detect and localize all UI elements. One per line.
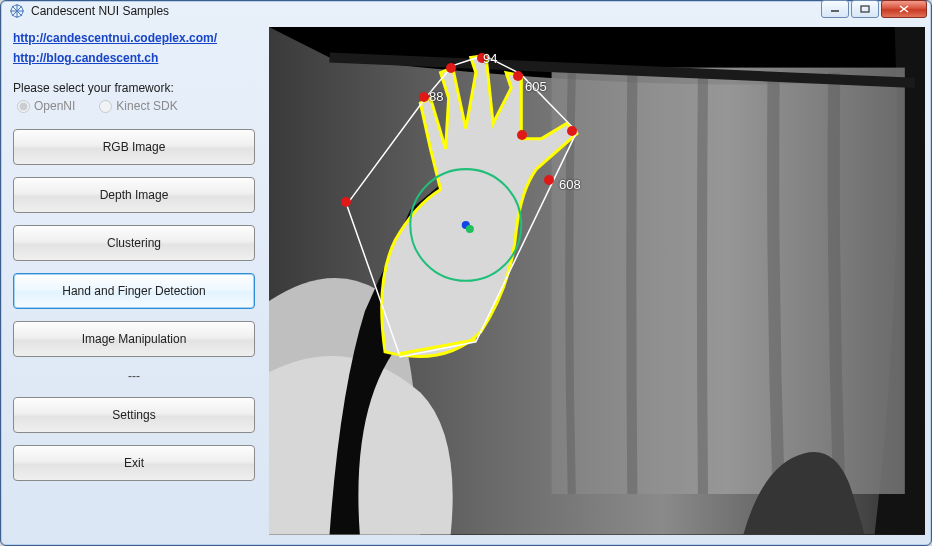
svg-point-14 <box>466 225 474 233</box>
app-icon <box>9 3 25 19</box>
sidebar: http://candescentnui.codeplex.com/ http:… <box>7 27 261 535</box>
radio-kinect-input <box>99 100 112 113</box>
settings-button[interactable]: Settings <box>13 397 255 433</box>
content-area: http://candescentnui.codeplex.com/ http:… <box>1 21 931 545</box>
depth-viewport: 88 94 605 608 <box>269 27 925 535</box>
window-controls <box>821 0 927 18</box>
radio-openni: OpenNI <box>17 99 75 113</box>
exit-button[interactable]: Exit <box>13 445 255 481</box>
framework-label: Please select your framework: <box>7 81 261 99</box>
window-title: Candescent NUI Samples <box>31 4 821 18</box>
image-manipulation-button[interactable]: Image Manipulation <box>13 321 255 357</box>
close-button[interactable] <box>881 0 927 18</box>
radio-openni-label: OpenNI <box>34 99 75 113</box>
maximize-button[interactable] <box>851 0 879 18</box>
depth-scene <box>269 27 925 535</box>
links-block: http://candescentnui.codeplex.com/ http:… <box>7 27 261 81</box>
depth-image-button[interactable]: Depth Image <box>13 177 255 213</box>
clustering-button[interactable]: Clustering <box>13 225 255 261</box>
depth-label: 605 <box>525 79 547 94</box>
radio-kinect: Kinect SDK <box>99 99 177 113</box>
hand-finger-detection-button[interactable]: Hand and Finger Detection <box>13 273 255 309</box>
radio-kinect-label: Kinect SDK <box>116 99 177 113</box>
radio-openni-input <box>17 100 30 113</box>
placeholder-row: --- <box>7 363 261 391</box>
framework-radios: OpenNI Kinect SDK <box>7 99 261 123</box>
depth-label: 94 <box>483 51 497 66</box>
svg-rect-11 <box>552 68 905 494</box>
link-blog[interactable]: http://blog.candescent.ch <box>13 51 255 65</box>
link-codeplex[interactable]: http://candescentnui.codeplex.com/ <box>13 31 255 45</box>
depth-label: 88 <box>429 89 443 104</box>
rgb-image-button[interactable]: RGB Image <box>13 129 255 165</box>
minimize-button[interactable] <box>821 0 849 18</box>
titlebar: Candescent NUI Samples <box>1 1 931 21</box>
depth-label: 608 <box>559 177 581 192</box>
svg-rect-6 <box>861 6 869 12</box>
app-window: Candescent NUI Samples http://candescent… <box>0 0 932 546</box>
